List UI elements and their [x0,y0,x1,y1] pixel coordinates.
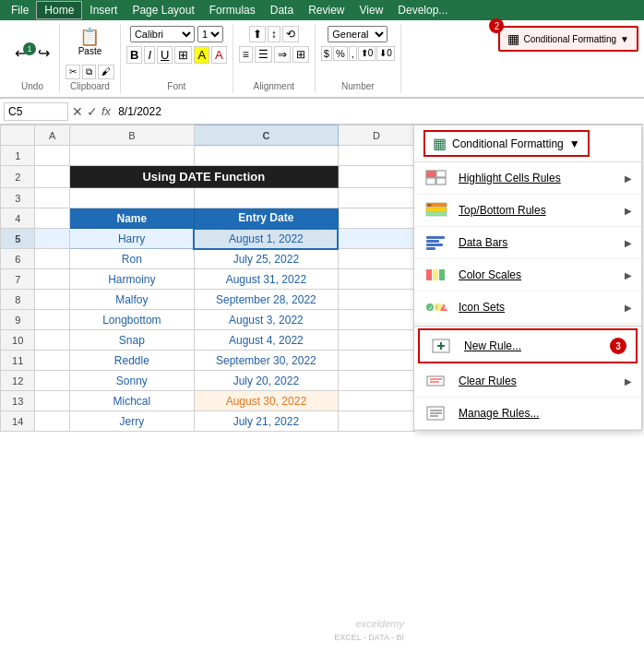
cell-a12[interactable] [35,371,69,391]
cell-d5[interactable] [338,229,414,249]
confirm-formula-icon[interactable]: ✓ [87,104,98,119]
cell-a3[interactable] [35,188,69,208]
number-format-select[interactable]: General [328,26,388,42]
align-right-button[interactable]: ⇒ [274,46,291,63]
cell-a6[interactable] [35,249,69,269]
cell-d3[interactable] [338,188,414,208]
cell-d8[interactable] [338,290,414,310]
cell-c3[interactable] [194,188,338,208]
merge-button[interactable]: ⊞ [292,46,309,63]
fill-color-button[interactable]: A [194,46,209,64]
cell-b11[interactable]: Reddle [69,351,194,371]
border-button[interactable]: ⊞ [174,46,192,64]
bold-button[interactable]: B [126,46,142,64]
cell-d11[interactable] [338,351,414,371]
dropdown-item-color-scales[interactable]: Color Scales ▶ [414,259,641,291]
cell-a7[interactable] [35,269,69,290]
font-color-button[interactable]: A [211,46,227,64]
cell-a9[interactable] [35,310,69,330]
cell-d9[interactable] [338,310,414,330]
underline-button[interactable]: U [157,46,173,64]
cell-b9[interactable]: Longbottom [69,310,194,330]
cell-c1[interactable] [194,146,338,166]
cell-c10[interactable]: August 4, 2022 [194,330,338,351]
cell-c9[interactable]: August 3, 2022 [194,310,338,330]
cell-d2[interactable] [338,166,414,188]
cell-b14[interactable]: Jerry [69,411,194,432]
cell-a2[interactable] [35,166,69,188]
cell-a10[interactable] [35,330,69,351]
col-header-a[interactable]: A [35,125,69,146]
cell-d10[interactable] [338,330,414,351]
cell-c14[interactable]: July 21, 2022 [194,411,338,432]
dropdown-item-data-bars[interactable]: Data Bars ▶ [414,227,641,259]
dropdown-item-clear-rules[interactable]: Clear Rules ▶ [414,365,641,398]
cell-b12[interactable]: Sonny [69,371,194,391]
cell-d12[interactable] [338,371,414,391]
cell-b1[interactable] [69,146,194,166]
cell-title[interactable]: Using DATE Function [69,166,338,188]
menu-data[interactable]: Data [263,2,301,18]
cell-b3[interactable] [69,188,194,208]
cell-d4[interactable] [338,208,414,229]
menu-insert[interactable]: Insert [82,2,125,18]
cell-a1[interactable] [35,146,69,166]
cell-reference-input[interactable] [4,102,68,121]
cell-d7[interactable] [338,269,414,290]
cell-b6[interactable]: Ron [69,249,194,269]
menu-formulas[interactable]: Formulas [202,2,263,18]
dropdown-item-icon-sets[interactable]: ✓ ! ✕ Icon Sets ▶ [414,291,641,324]
cf-header-button[interactable]: ▦ Conditional Formatting ▼ [423,130,590,157]
conditional-formatting-button[interactable]: ▦ Conditional Formatting ▼ [498,26,638,52]
font-size-select[interactable]: 11 [197,26,223,42]
italic-button[interactable]: I [144,46,155,64]
dropdown-item-highlight-cells[interactable]: Highlight Cells Rules ▶ [414,162,641,195]
format-painter-button[interactable]: 🖌 [98,65,114,79]
align-center-button[interactable]: ☰ [255,46,272,63]
cell-d14[interactable] [338,411,414,432]
cancel-formula-icon[interactable]: ✕ [72,104,83,119]
cell-b7[interactable]: Harmoiny [69,269,194,290]
formula-input[interactable] [114,103,640,120]
cell-c6[interactable]: July 25, 2022 [194,249,338,269]
cut-button[interactable]: ✂ [66,65,80,79]
cell-a4[interactable] [35,208,69,229]
cell-b8[interactable]: Malfoy [69,290,194,310]
cell-c5[interactable]: August 1, 2022 [194,229,338,249]
menu-review[interactable]: Review [301,2,352,18]
cell-c7[interactable]: August 31, 2022 [194,269,338,290]
cell-c4[interactable]: Entry Date [194,208,338,229]
cell-b10[interactable]: Snap [69,330,194,351]
wrap-text-button[interactable]: ⟲ [282,26,299,42]
cell-c11[interactable]: September 30, 2022 [194,351,338,371]
cell-d6[interactable] [338,249,414,269]
cell-c8[interactable]: September 28, 2022 [194,290,338,310]
cell-a8[interactable] [35,290,69,310]
comma-button[interactable]: , [349,46,357,61]
paste-button[interactable]: 📋 Paste [74,26,107,59]
menu-view[interactable]: View [352,2,391,18]
align-left-button[interactable]: ≡ [239,46,253,63]
currency-button[interactable]: $ [321,46,332,61]
decrease-decimal-button[interactable]: ⬇0 [376,46,395,61]
menu-home[interactable]: Home [36,1,82,19]
cell-b13[interactable]: Michcal [69,391,194,411]
cell-a13[interactable] [35,391,69,411]
percent-button[interactable]: % [333,46,348,61]
menu-file[interactable]: File [4,2,36,18]
col-header-c[interactable]: C [194,125,338,146]
cell-c13[interactable]: August 30, 2022 [194,391,338,411]
dropdown-item-new-rule[interactable]: New Rule... 3 [418,328,638,363]
col-header-b[interactable]: B [69,125,194,146]
menu-page-layout[interactable]: Page Layout [125,2,201,18]
align-middle-button[interactable]: ↕ [268,26,280,42]
cell-c12[interactable]: July 20, 2022 [194,371,338,391]
font-family-select[interactable]: Calibri [130,26,195,42]
increase-decimal-button[interactable]: ⬆0 [358,46,376,61]
cell-a14[interactable] [35,411,69,432]
align-top-button[interactable]: ⬆ [249,26,266,42]
cell-b4[interactable]: Name [69,208,194,229]
copy-button[interactable]: ⧉ [82,65,96,79]
cell-b5[interactable]: Harry [69,229,194,249]
redo-button[interactable]: ↪ [34,42,54,65]
